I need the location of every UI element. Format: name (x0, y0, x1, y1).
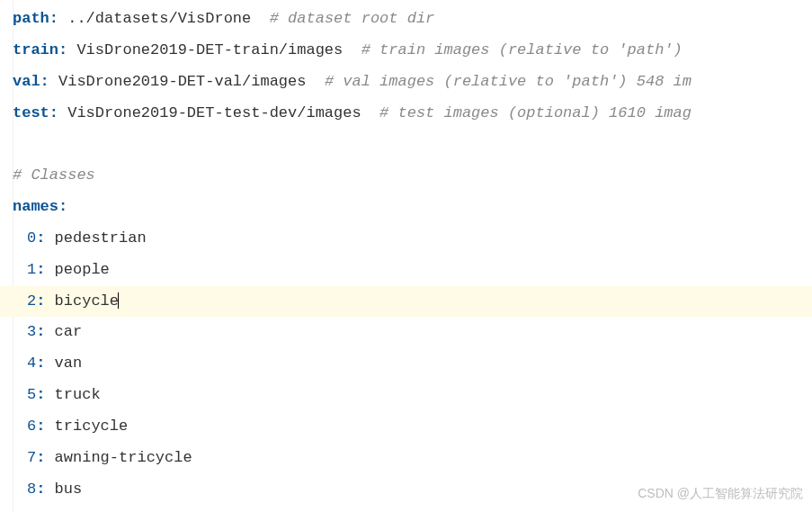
comment-classes: # Classes (13, 166, 95, 184)
class-index: 5 (27, 386, 36, 403)
colon: : (36, 386, 45, 403)
colon: : (36, 229, 45, 247)
class-row: 1: people (0, 255, 812, 286)
config-line-test: test: VisDrone2019-DET-test-dev/images #… (0, 98, 812, 130)
config-line-path: path: ../datasets/VisDrone # dataset roo… (0, 4, 812, 35)
colon: : (36, 292, 45, 310)
class-name: bus (55, 481, 83, 498)
class-name: car (55, 323, 83, 340)
colon: : (58, 41, 67, 58)
class-row: 6: tricycle (0, 411, 812, 443)
class-name: awning-tricycle (55, 449, 192, 466)
blank-line (0, 129, 812, 160)
colon: : (49, 10, 58, 27)
class-index: 7 (27, 449, 36, 466)
yaml-val-train: VisDrone2019-DET-train/images (76, 41, 343, 58)
class-index: 8 (27, 481, 36, 498)
class-row: 4: van (0, 348, 812, 380)
class-name: people (55, 261, 110, 278)
class-name: truck (55, 386, 101, 403)
class-index: 1 (27, 261, 36, 278)
yaml-val-test: VisDrone2019-DET-test-dev/images (67, 104, 361, 121)
config-line-val: val: VisDrone2019-DET-val/images # val i… (0, 67, 812, 98)
class-index: 3 (27, 323, 36, 340)
colon: : (40, 73, 49, 90)
yaml-key-val: val (13, 73, 40, 90)
colon: : (49, 104, 58, 121)
class-name: van (55, 355, 83, 372)
class-name: pedestrian (55, 229, 147, 247)
class-name: bicycle (55, 292, 119, 310)
class-index: 6 (27, 418, 36, 435)
colon: : (36, 449, 45, 466)
yaml-key-test: test (13, 104, 49, 121)
yaml-key-train: train (13, 41, 58, 58)
yaml-val-path: ../datasets/VisDrone (67, 10, 251, 27)
class-row: 7: awning-tricycle (0, 443, 812, 474)
class-name: tricycle (55, 418, 129, 435)
class-list: 0: pedestrian1: people2: bicycle3: car4:… (0, 223, 812, 512)
yaml-key-names: names (13, 198, 58, 215)
class-row: 2: bicycle (0, 286, 812, 318)
names-key-line: names: (0, 192, 812, 223)
class-index: 0 (27, 229, 36, 247)
config-line-train: train: VisDrone2019-DET-train/images # t… (0, 35, 812, 67)
class-row: 0: pedestrian (0, 223, 812, 255)
yaml-val-val: VisDrone2019-DET-val/images (58, 73, 306, 90)
class-row: 3: car (0, 317, 812, 348)
colon: : (36, 355, 45, 372)
yaml-key-path: path (13, 10, 49, 27)
colon: : (36, 323, 45, 340)
class-index: 4 (27, 355, 36, 372)
class-row: 5: truck (0, 380, 812, 411)
classes-comment-line: # Classes (0, 160, 812, 192)
comment-test: # test images (optional) 1610 imag (379, 104, 692, 121)
watermark-text: CSDN @人工智能算法研究院 (638, 481, 803, 507)
comment-path: # dataset root dir (270, 10, 435, 27)
comment-train: # train images (relative to 'path') (361, 41, 683, 58)
colon: : (58, 198, 67, 215)
colon: : (36, 418, 45, 435)
colon: : (36, 481, 45, 498)
colon: : (36, 261, 45, 278)
class-index: 2 (27, 292, 36, 310)
comment-val: # val images (relative to 'path') 548 im (325, 73, 692, 90)
